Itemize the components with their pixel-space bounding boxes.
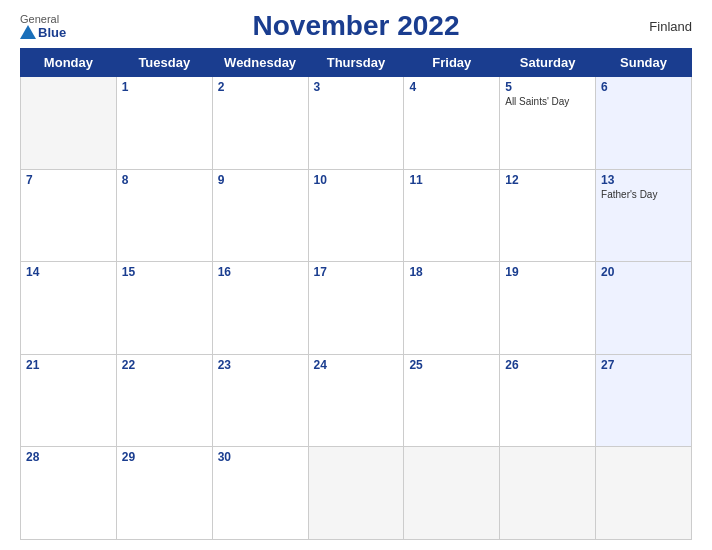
calendar-cell: 2 [212,77,308,170]
calendar-cell [308,447,404,540]
logo-blue-text: Blue [20,25,66,40]
calendar-cell: 12 [500,169,596,262]
day-number: 29 [122,450,207,464]
day-number: 26 [505,358,590,372]
logo: General Blue [20,13,66,40]
day-number: 4 [409,80,494,94]
day-number: 18 [409,265,494,279]
weekday-header-friday: Friday [404,49,500,77]
calendar-week-5: 282930 [21,447,692,540]
day-number: 11 [409,173,494,187]
calendar-cell: 15 [116,262,212,355]
calendar-cell: 11 [404,169,500,262]
weekday-header-wednesday: Wednesday [212,49,308,77]
day-number: 21 [26,358,111,372]
calendar-week-2: 78910111213Father's Day [21,169,692,262]
day-number: 22 [122,358,207,372]
calendar-cell: 30 [212,447,308,540]
day-number: 12 [505,173,590,187]
day-number: 15 [122,265,207,279]
calendar-week-4: 21222324252627 [21,354,692,447]
calendar-cell: 14 [21,262,117,355]
calendar-cell: 16 [212,262,308,355]
weekday-header-row: MondayTuesdayWednesdayThursdayFridaySatu… [21,49,692,77]
calendar-cell: 29 [116,447,212,540]
day-number: 13 [601,173,686,187]
weekday-header-thursday: Thursday [308,49,404,77]
month-title: November 2022 [252,10,459,42]
day-number: 17 [314,265,399,279]
day-number: 16 [218,265,303,279]
calendar-cell: 1 [116,77,212,170]
calendar-cell: 10 [308,169,404,262]
calendar-cell: 23 [212,354,308,447]
day-number: 5 [505,80,590,94]
calendar-cell: 7 [21,169,117,262]
day-number: 1 [122,80,207,94]
calendar-cell: 19 [500,262,596,355]
logo-general-text: General [20,13,59,25]
weekday-header-tuesday: Tuesday [116,49,212,77]
calendar-cell: 21 [21,354,117,447]
day-number: 30 [218,450,303,464]
calendar-body: 12345All Saints' Day678910111213Father's… [21,77,692,540]
calendar-table: MondayTuesdayWednesdayThursdayFridaySatu… [20,48,692,540]
day-event: All Saints' Day [505,96,590,107]
day-number: 14 [26,265,111,279]
calendar-cell: 28 [21,447,117,540]
calendar-cell: 22 [116,354,212,447]
day-event: Father's Day [601,189,686,200]
calendar-cell: 20 [596,262,692,355]
logo-triangle-icon [20,25,36,39]
calendar-cell: 8 [116,169,212,262]
country-label: Finland [649,19,692,34]
day-number: 10 [314,173,399,187]
calendar-cell: 25 [404,354,500,447]
calendar-header: General Blue November 2022 Finland [20,10,692,42]
day-number: 3 [314,80,399,94]
day-number: 23 [218,358,303,372]
calendar-cell: 18 [404,262,500,355]
day-number: 25 [409,358,494,372]
calendar-week-1: 12345All Saints' Day6 [21,77,692,170]
day-number: 19 [505,265,590,279]
day-number: 6 [601,80,686,94]
calendar-cell: 24 [308,354,404,447]
calendar-cell: 6 [596,77,692,170]
calendar-cell [404,447,500,540]
day-number: 9 [218,173,303,187]
day-number: 28 [26,450,111,464]
calendar-cell: 4 [404,77,500,170]
day-number: 24 [314,358,399,372]
calendar-cell: 26 [500,354,596,447]
calendar-week-3: 14151617181920 [21,262,692,355]
calendar-cell [596,447,692,540]
day-number: 27 [601,358,686,372]
calendar-cell: 17 [308,262,404,355]
day-number: 20 [601,265,686,279]
calendar-cell [21,77,117,170]
calendar-cell: 3 [308,77,404,170]
calendar-cell: 27 [596,354,692,447]
calendar-cell: 13Father's Day [596,169,692,262]
calendar-cell: 9 [212,169,308,262]
weekday-header-saturday: Saturday [500,49,596,77]
weekday-header-monday: Monday [21,49,117,77]
day-number: 7 [26,173,111,187]
calendar-cell: 5All Saints' Day [500,77,596,170]
weekday-header-sunday: Sunday [596,49,692,77]
calendar-cell [500,447,596,540]
day-number: 8 [122,173,207,187]
day-number: 2 [218,80,303,94]
